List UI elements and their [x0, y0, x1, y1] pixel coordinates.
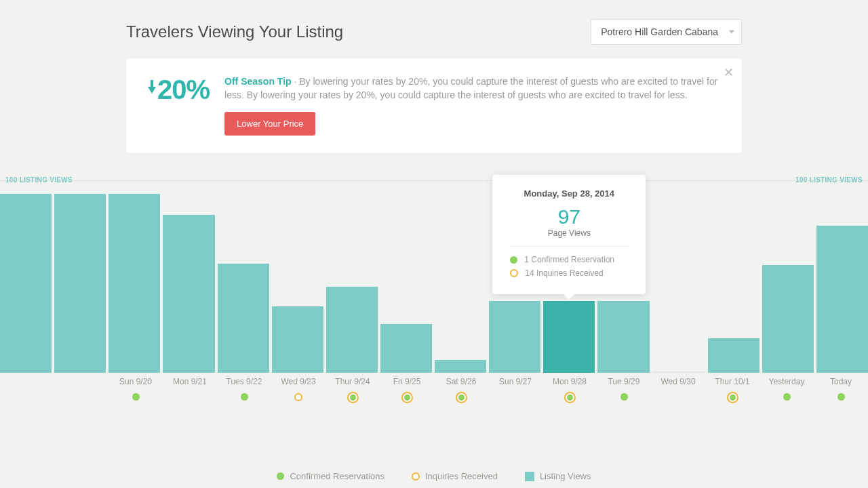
dot-green-icon [783, 393, 791, 401]
legend-confirmed: Confirmed Reservations [277, 471, 384, 481]
xaxis-col-5: Wed 9/23 [271, 377, 326, 413]
chart-legend: Confirmed Reservations Inquiries Receive… [0, 471, 868, 481]
xaxis-label: Sun 9/20 [119, 377, 152, 386]
tooltip-metric-value: 97 [510, 205, 628, 228]
tip-percent: 20% [157, 75, 210, 105]
bar-13[interactable] [708, 338, 760, 372]
tip-card: ✕ 20% Off Season Tip · By lowering your … [126, 58, 742, 153]
tip-text: Off Season Tip · By lowering your rates … [224, 75, 720, 102]
xaxis-label: Wed 9/23 [281, 377, 315, 386]
xaxis-col-3: Mon 9/21 [163, 377, 217, 413]
listing-select[interactable]: Potrero Hill Garden Cabana [591, 19, 742, 45]
xaxis-col-2: Sun 9/20 [108, 377, 163, 413]
xaxis-col-1 [54, 377, 108, 413]
dot-ring-icon [412, 472, 420, 481]
xaxis-label: Sun 9/27 [499, 377, 532, 386]
xaxis-col-11: Tue 9/29 [597, 377, 651, 413]
tooltip-row: 1 Confirmed Reservation [510, 255, 628, 264]
lower-price-button[interactable]: Lower Your Price [224, 112, 315, 136]
bar-14[interactable] [762, 265, 814, 372]
dot-green-icon [241, 393, 248, 401]
xaxis-label: Thur 10/1 [715, 377, 749, 386]
bar-2[interactable] [108, 194, 160, 373]
xaxis-col-10: Mon 9/28 [542, 377, 597, 413]
gridline-100 [0, 180, 868, 181]
xaxis-col-8: Sat 9/26 [434, 377, 488, 413]
bar-8[interactable] [435, 360, 486, 372]
dot-ring-icon [294, 393, 302, 401]
legend-inquiries: Inquiries Received [412, 471, 498, 481]
bar-10[interactable] [543, 301, 595, 373]
bar-11[interactable] [597, 301, 649, 373]
dot-both-icon [404, 394, 410, 401]
xaxis-col-7: Fri 9/25 [380, 377, 434, 413]
bar-12[interactable] [652, 371, 705, 373]
square-teal-icon [525, 472, 534, 481]
xaxis-col-0 [0, 377, 54, 413]
xaxis-col-14: Yesterday [760, 377, 814, 413]
dot-both-icon [350, 394, 356, 401]
tooltip-metric-label: Page Views [510, 228, 628, 238]
dot-ring-icon [510, 269, 518, 277]
xaxis-label: Fri 9/25 [393, 377, 421, 386]
arrow-down-icon [148, 87, 156, 94]
legend-views: Listing Views [525, 471, 591, 481]
xaxis-label: Mon 9/21 [173, 377, 207, 386]
xaxis-label: Today [830, 377, 852, 386]
listing-views-chart: 100 LISTING VIEWS 100 LISTING VIEWS Sun … [0, 176, 868, 413]
xaxis-label: Thur 9/24 [335, 377, 370, 386]
tooltip-row: 14 Inquiries Received [510, 268, 628, 278]
xaxis-label: Yesterday [769, 377, 805, 386]
xaxis-col-6: Thur 9/24 [326, 377, 380, 413]
dot-green-icon [837, 393, 845, 401]
dot-both-icon [567, 394, 573, 401]
page-title: Travelers Viewing Your Listing [126, 22, 343, 41]
xaxis-label: Sat 9/26 [446, 377, 477, 386]
bar-15[interactable] [816, 226, 868, 372]
bar-6[interactable] [326, 287, 378, 373]
chevron-down-icon [729, 30, 734, 34]
bar-0[interactable] [0, 194, 52, 373]
close-icon[interactable]: ✕ [724, 65, 734, 80]
dot-green-icon [277, 472, 284, 480]
bar-3[interactable] [163, 215, 214, 372]
dot-both-icon [730, 394, 736, 401]
xaxis-col-15: Today [814, 377, 868, 413]
xaxis-label: Tues 9/22 [226, 377, 262, 386]
bar-7[interactable] [380, 324, 432, 372]
chart-tooltip: Monday, Sep 28, 2014 97 Page Views 1 Con… [492, 175, 646, 294]
xaxis-col-12: Wed 9/30 [651, 377, 705, 413]
xaxis-label: Tue 9/29 [608, 377, 640, 386]
bar-1[interactable] [54, 194, 106, 373]
listing-select-value: Potrero Hill Garden Cabana [601, 26, 718, 37]
bar-9[interactable] [489, 301, 540, 373]
dot-green-icon [510, 256, 517, 264]
bar-5[interactable] [272, 306, 323, 373]
dot-green-icon [132, 393, 140, 401]
xaxis-label: Mon 9/28 [553, 377, 587, 386]
dot-green-icon [620, 393, 628, 401]
bar-4[interactable] [218, 264, 269, 373]
xaxis-col-13: Thur 10/1 [705, 377, 760, 413]
tooltip-date: Monday, Sep 28, 2014 [510, 188, 628, 199]
dot-both-icon [458, 394, 465, 401]
xaxis-col-4: Tues 9/22 [217, 377, 271, 413]
xaxis-col-9: Sun 9/27 [488, 377, 542, 413]
xaxis-label: Wed 9/30 [660, 377, 695, 386]
